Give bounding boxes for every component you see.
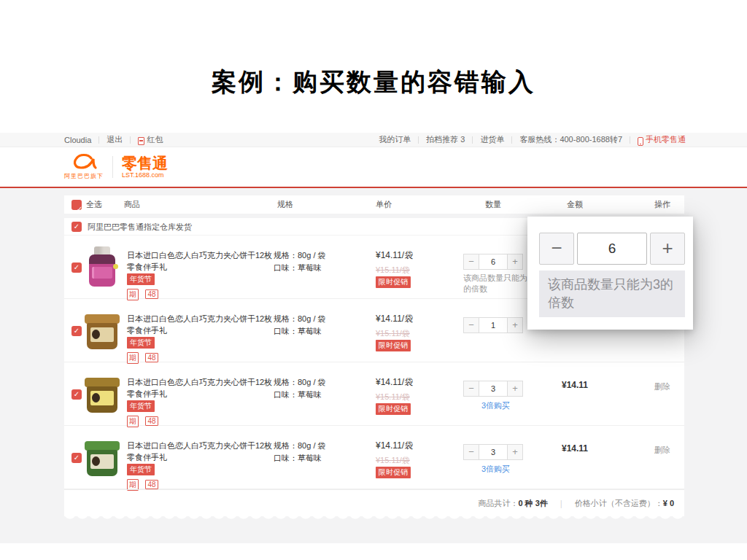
qty-input[interactable] <box>479 317 507 333</box>
product-name[interactable]: 日本进口白色恋人白巧克力夹心饼干12枚零食伴手礼 <box>127 376 277 400</box>
product-row: ✓ 日本进口白色恋人白巧克力夹心饼干12枚零食伴手礼 年货节 期 48 规格：8… <box>64 362 684 426</box>
popup-stepper: − + <box>539 233 685 265</box>
logout-link[interactable]: 退出 <box>107 134 123 145</box>
red-packet-icon <box>138 137 144 145</box>
spec-block: 规格：80g / 袋 口味：草莓味 <box>274 313 326 338</box>
app-screenshot: Cloudia 退出 红包 我的订单 拍档推荐 3 进货单 客服热线：400-8… <box>0 133 747 543</box>
qty-decrease-button[interactable]: − <box>463 444 479 460</box>
price-current: ¥14.11/袋 <box>376 376 413 389</box>
qty-increase-button[interactable]: + <box>507 254 523 270</box>
red-packet-link[interactable]: 红包 <box>147 134 163 145</box>
product-name[interactable]: 日本进口白色恋人白巧克力夹心饼干12枚零食伴手礼 <box>127 249 277 273</box>
brand-name[interactable]: 零售通 <box>122 155 168 171</box>
check-icon: ✓ <box>77 200 82 218</box>
row-checkbox[interactable]: ✓ <box>71 326 82 336</box>
column-header-spec: 规格 <box>277 195 293 214</box>
username-link[interactable]: Cloudia <box>64 136 91 144</box>
amount-value: ¥14.11 <box>531 380 619 390</box>
qty-decrease-button[interactable]: − <box>463 317 479 333</box>
page-title: 案例：购买数量的容错输入 <box>0 66 747 99</box>
price-current: ¥14.11/袋 <box>376 249 413 262</box>
qty-input[interactable] <box>479 444 507 460</box>
brand-domain: LST.1688.com <box>122 171 168 179</box>
qty-increase-button[interactable]: + <box>507 317 523 333</box>
product-image[interactable] <box>85 373 120 416</box>
popup-increase-button[interactable]: + <box>650 233 685 265</box>
summary-subtotal-value: ¥ 0 <box>663 499 674 508</box>
warehouse-checkbox[interactable]: ✓ <box>71 222 82 232</box>
qty-stepper: − + <box>463 317 523 333</box>
cart-table-header: ✓ 全选 商品 规格 单价 数量 金额 操作 <box>64 195 684 214</box>
summary-total-value: 0 种 3件 <box>518 499 547 508</box>
qty-input[interactable] <box>479 381 507 397</box>
alibaba-logo-icon <box>69 153 98 171</box>
qty-stepper: − + <box>463 444 523 460</box>
row-checkbox[interactable]: ✓ <box>71 453 82 463</box>
qty-increase-button[interactable]: + <box>507 444 523 460</box>
price-current: ¥14.11/袋 <box>376 440 413 452</box>
promo-badge: 限时促销 <box>376 340 411 351</box>
spec-text: 规格：80g / 袋 <box>274 313 326 325</box>
brand-header: 阿里巴巴旗下 零售通 LST.1688.com <box>0 147 747 188</box>
product-name[interactable]: 日本进口白色恋人白巧克力夹心饼干12枚零食伴手礼 <box>127 313 277 336</box>
mobile-app-link[interactable]: 手机零售通 <box>646 134 686 145</box>
popup-decrease-button[interactable]: − <box>539 233 574 265</box>
select-all-label[interactable]: 全选 <box>86 195 102 214</box>
product-name[interactable]: 日本进口白色恋人白巧克力夹心饼干12枚零食伴手礼 <box>127 440 277 463</box>
promo-badge: 限时促销 <box>376 403 411 415</box>
delete-link[interactable]: 删除 <box>640 381 684 392</box>
promo-badge: 限时促销 <box>376 276 411 288</box>
top-utility-bar: Cloudia 退出 红包 我的订单 拍档推荐 3 进货单 客服热线：400-8… <box>0 133 747 147</box>
spec-block: 规格：80g / 袋 口味：草莓味 <box>274 249 326 274</box>
divider <box>418 136 419 144</box>
column-header-amount: 金额 <box>531 195 619 214</box>
logo-caption: 阿里巴巴旗下 <box>64 172 104 180</box>
slide: 案例：购买数量的容错输入 Cloudia 退出 红包 我的订单 拍档推荐 3 进… <box>0 0 747 560</box>
qty-input[interactable] <box>479 254 507 270</box>
qty-stepper: − + <box>463 254 523 270</box>
product-image[interactable] <box>85 246 120 289</box>
multiple-buy-link[interactable]: 3倍购买 <box>481 400 510 411</box>
price-original: ¥15.11/袋 <box>376 392 410 402</box>
my-orders-link[interactable]: 我的订单 <box>379 134 411 145</box>
summary-divider: ｜ <box>557 499 565 508</box>
select-all-checkbox[interactable]: ✓ <box>71 200 82 210</box>
purchase-list-link[interactable]: 进货单 <box>480 134 504 145</box>
divider <box>630 136 630 144</box>
spec-block: 规格：80g / 袋 口味：草莓味 <box>274 440 326 464</box>
promo-badge: 限时促销 <box>376 467 411 478</box>
summary-subtotal-label: 价格小计（不含运费）： <box>575 499 663 508</box>
product-row: ✓ 日本进口白色恋人白巧克力夹心饼干12枚零食伴手礼 年货节 期 48 规格：8… <box>64 426 684 489</box>
divider <box>472 136 473 144</box>
popup-error-message: 该商品数量只能为3的倍数 <box>539 271 685 317</box>
price-original: ¥15.11/袋 <box>376 265 410 276</box>
badge-48: 48 <box>145 480 158 489</box>
summary-total-label: 商品共计： <box>478 499 518 508</box>
qty-decrease-button[interactable]: − <box>463 381 479 397</box>
row-checkbox[interactable]: ✓ <box>71 389 82 400</box>
price-original: ¥15.11/袋 <box>376 328 410 339</box>
warehouse-label: 阿里巴巴零售通指定仓库发货 <box>88 218 192 236</box>
qty-increase-button[interactable]: + <box>507 381 523 397</box>
multiple-buy-link[interactable]: 3倍购买 <box>481 464 510 475</box>
flavor-text: 口味：草莓味 <box>274 325 326 338</box>
partner-recommend-link[interactable]: 拍档推荐 3 <box>426 134 465 145</box>
alibaba-logo[interactable]: 阿里巴巴旗下 <box>64 153 104 180</box>
zoom-popup: − + 该商品数量只能为3的倍数 <box>527 217 693 330</box>
spec-text: 规格：80g / 袋 <box>274 376 326 389</box>
product-image[interactable] <box>85 310 120 352</box>
spec-text: 规格：80g / 袋 <box>274 249 326 262</box>
spec-block: 规格：80g / 袋 口味：草莓味 <box>274 376 326 401</box>
festival-badge: 年货节 <box>127 337 155 349</box>
badge-48: 48 <box>145 353 158 362</box>
festival-badge: 年货节 <box>127 273 155 285</box>
product-image[interactable] <box>85 437 120 479</box>
row-checkbox[interactable]: ✓ <box>71 262 82 273</box>
delete-link[interactable]: 删除 <box>640 445 684 456</box>
qty-decrease-button[interactable]: − <box>463 254 479 270</box>
divider <box>511 136 512 144</box>
column-header-product: 商品 <box>124 195 140 214</box>
price-original: ¥15.11/袋 <box>376 455 410 466</box>
festival-badge: 年货节 <box>127 400 155 412</box>
popup-qty-input[interactable] <box>577 233 647 265</box>
